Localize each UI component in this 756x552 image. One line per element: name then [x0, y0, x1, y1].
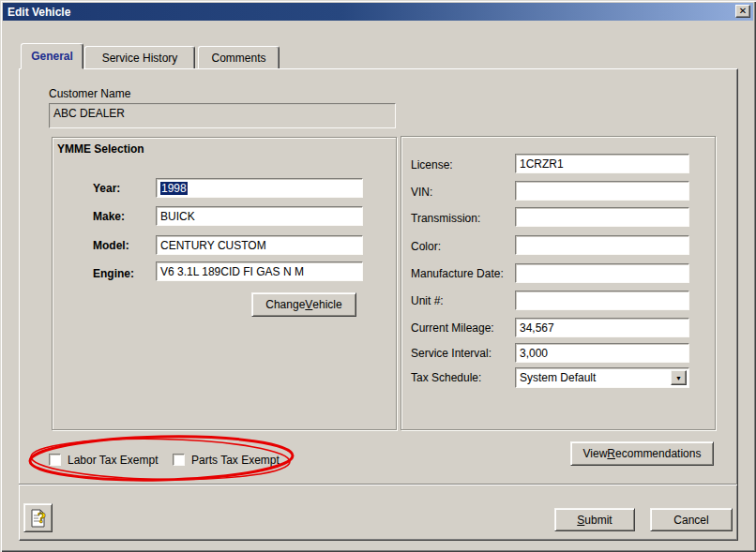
labor-tax-exempt-label: Labor Tax Exempt — [68, 454, 159, 467]
year-input[interactable]: 1998 — [156, 178, 363, 198]
model-value: CENTURY CUSTOM — [160, 239, 266, 252]
tax-schedule-combobox[interactable]: System Default ▼ — [515, 367, 689, 388]
customer-name-field: ABC DEALER — [49, 103, 396, 128]
customer-name-value: ABC DEALER — [53, 107, 125, 120]
parts-tax-exempt-label: Parts Tax Exempt — [191, 454, 280, 467]
change-vehicle-key: V — [305, 298, 312, 311]
model-input[interactable]: CENTURY CUSTOM — [156, 235, 363, 255]
transmission-label: Transmission: — [411, 212, 480, 225]
vin-input[interactable] — [515, 181, 689, 201]
tab-general[interactable]: General — [21, 43, 83, 69]
submit-button[interactable]: Submit — [554, 508, 635, 531]
license-label: License: — [411, 158, 453, 172]
submit-key: S — [577, 514, 584, 527]
change-vehicle-pre: Change — [265, 298, 305, 311]
service-interval-value: 3,000 — [520, 347, 548, 360]
cancel-button[interactable]: Cancel — [650, 508, 733, 531]
current-mileage-value: 34,567 — [520, 321, 554, 335]
tab-comments[interactable]: Comments — [198, 46, 280, 69]
window-title: Edit Vehicle — [8, 6, 70, 19]
transmission-input[interactable] — [515, 207, 689, 227]
current-mileage-input[interactable]: 34,567 — [515, 318, 689, 337]
help-icon: ? — [28, 508, 49, 529]
view-recommendations-button[interactable]: View Recommendations — [570, 441, 714, 466]
view-recommendations-key: R — [607, 447, 615, 460]
manufacture-date-input[interactable] — [515, 263, 689, 283]
year-value: 1998 — [160, 182, 188, 195]
service-interval-label: Service Interval: — [411, 347, 491, 360]
cancel-label: Cancel — [673, 514, 708, 527]
view-recommendations-pre: View — [583, 447, 608, 460]
edit-vehicle-dialog: Edit Vehicle ✕ General Service History C… — [0, 0, 756, 552]
current-mileage-label: Current Mileage: — [411, 321, 494, 335]
engine-label: Engine: — [93, 267, 134, 280]
close-icon: ✕ — [739, 7, 747, 16]
tab-service-history-label: Service History — [102, 52, 178, 65]
model-label: Model: — [93, 239, 129, 252]
customer-name-label: Customer Name — [49, 87, 130, 100]
close-button[interactable]: ✕ — [735, 5, 750, 18]
service-interval-input[interactable]: 3,000 — [515, 343, 689, 363]
manufacture-date-label: Manufacture Date: — [411, 267, 504, 280]
year-label: Year: — [93, 182, 120, 195]
color-label: Color: — [411, 240, 441, 253]
unit-number-label: Unit #: — [411, 294, 444, 307]
make-label: Make: — [93, 210, 125, 223]
help-button[interactable]: ? — [23, 503, 53, 532]
parts-tax-exempt-checkbox[interactable] — [173, 454, 185, 466]
bottom-divider — [19, 484, 737, 485]
vin-label: VIN: — [411, 186, 432, 199]
svg-text:?: ? — [38, 510, 46, 527]
change-vehicle-button[interactable]: Change Vehicle — [251, 292, 356, 317]
change-vehicle-post: ehicle — [312, 298, 341, 311]
submit-post: ubmit — [584, 514, 612, 527]
tax-schedule-value: System Default — [520, 371, 596, 384]
tax-schedule-label: Tax Schedule: — [411, 371, 481, 384]
tax-schedule-dropdown-button[interactable]: ▼ — [671, 370, 687, 385]
tab-comments-label: Comments — [211, 52, 265, 65]
engine-input[interactable]: V6 3.1L 189CID FI GAS N M — [156, 261, 363, 281]
color-input[interactable] — [515, 235, 689, 255]
make-input[interactable]: BUICK — [156, 206, 363, 226]
engine-value: V6 3.1L 189CID FI GAS N M — [160, 265, 304, 278]
unit-number-input[interactable] — [515, 291, 689, 310]
view-recommendations-post: ecommendations — [615, 447, 701, 460]
title-bar[interactable]: Edit Vehicle — [3, 3, 753, 21]
chevron-down-icon: ▼ — [675, 375, 682, 381]
tab-service-history[interactable]: Service History — [84, 46, 195, 69]
make-value: BUICK — [160, 210, 195, 223]
license-input[interactable]: 1CRZR1 — [515, 154, 689, 173]
tab-general-label: General — [31, 50, 73, 63]
license-value: 1CRZR1 — [520, 157, 564, 171]
labor-tax-exempt-checkbox[interactable] — [49, 454, 61, 466]
ymme-group-title: YMME Selection — [57, 142, 144, 156]
